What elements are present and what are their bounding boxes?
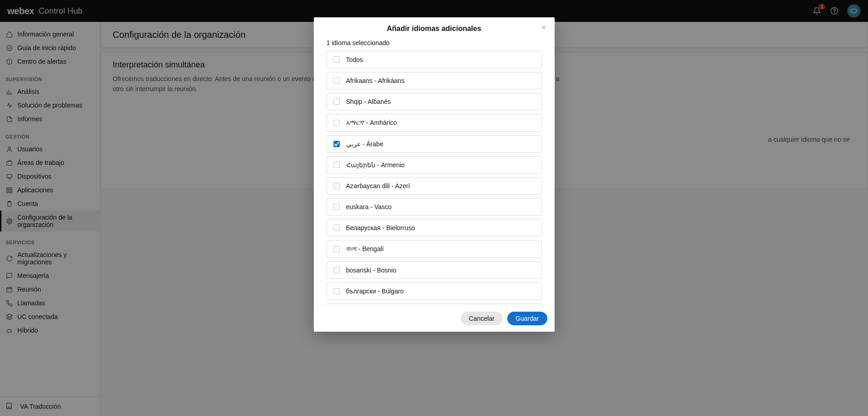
language-label: Todos [346, 56, 363, 63]
modal-subtitle: 1 idioma seleccionado [314, 36, 555, 51]
language-checkbox[interactable] [333, 141, 340, 147]
language-checkbox[interactable] [333, 98, 340, 105]
language-option[interactable]: Todos [327, 51, 542, 68]
save-button[interactable]: Guardar [507, 312, 547, 325]
language-checkbox[interactable] [333, 204, 340, 210]
language-checkbox[interactable] [333, 288, 340, 294]
modal-title: Añadir idiomas adicionales [387, 25, 481, 32]
language-option[interactable]: Afrikaans - Afrikáans [327, 72, 542, 89]
language-label: Shqip - Albanés [346, 98, 391, 105]
language-checkbox[interactable] [333, 183, 340, 189]
language-label: bosanski - Bosnio [346, 267, 397, 274]
language-label: Afrikaans - Afrikáans [346, 77, 405, 84]
language-checkbox[interactable] [333, 162, 340, 168]
language-checkbox[interactable] [333, 120, 340, 126]
language-option[interactable]: Беларуская - Bielorruso [327, 219, 542, 236]
language-label: বাংলা - Bengalí [346, 245, 384, 253]
language-label: български - Búlgaro [346, 288, 404, 295]
language-checkbox[interactable] [333, 56, 340, 63]
close-icon [541, 24, 547, 31]
language-label: euskara - Vasco [346, 203, 392, 211]
language-checkbox[interactable] [333, 267, 340, 273]
language-option[interactable]: বাংলা - Bengalí [327, 240, 542, 258]
language-checkbox[interactable] [333, 77, 340, 84]
language-option[interactable]: አማርኛ - Amhárico [327, 114, 542, 132]
modal-body[interactable]: TodosAfrikaans - AfrikáansShqip - Albané… [314, 51, 555, 305]
add-languages-modal: Añadir idiomas adicionales 1 idioma sele… [314, 17, 555, 332]
language-label: عربي - Árabe [346, 140, 384, 148]
language-label: አማርኛ - Amhárico [346, 119, 397, 127]
language-option[interactable]: Հայերեն - Armenio [327, 156, 542, 174]
language-label: Azərbaycan dili - Azerí [346, 182, 411, 190]
language-checkbox[interactable] [333, 225, 340, 231]
language-checkbox[interactable] [333, 246, 340, 252]
language-option[interactable]: Shqip - Albanés [327, 93, 542, 110]
language-option[interactable]: Azərbaycan dili - Azerí [327, 177, 542, 195]
cancel-button[interactable]: Cancelar [461, 312, 503, 325]
language-option[interactable]: عربي - Árabe [327, 135, 542, 153]
modal-footer: Cancelar Guardar [314, 305, 555, 332]
modal-close-button[interactable] [539, 23, 548, 32]
language-option[interactable]: bosanski - Bosnio [327, 262, 542, 279]
modal-header: Añadir idiomas adicionales [314, 17, 555, 36]
language-option[interactable]: български - Búlgaro [327, 282, 542, 300]
language-label: Беларуская - Bielorruso [346, 224, 415, 231]
language-label: Հայերեն - Armenio [346, 161, 405, 169]
language-option[interactable]: euskara - Vasco [327, 198, 542, 216]
